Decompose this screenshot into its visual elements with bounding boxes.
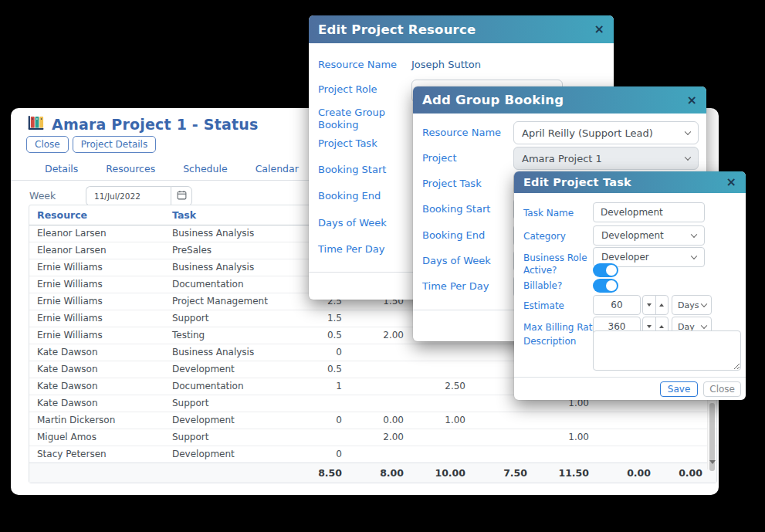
estimate-input[interactable] — [593, 295, 641, 315]
stepper-down-button[interactable] — [643, 296, 656, 314]
value-cell — [279, 429, 350, 446]
resource-name-value: Joseph Sutton — [411, 59, 481, 70]
booking-end-label: Booking End — [318, 190, 381, 202]
stepper-up-button[interactable] — [656, 296, 669, 314]
create-group-booking-label: Create Group Booking — [318, 107, 392, 131]
resource-cell: Eleanor Larsen — [29, 242, 164, 259]
estimate-unit-select[interactable]: Days — [672, 295, 712, 315]
modal-header: Add Group Booking × — [413, 86, 706, 114]
value-cell — [350, 310, 411, 327]
task-cell: Documentation — [164, 378, 279, 395]
project-role-label: Project Role — [318, 83, 377, 96]
project-details-button[interactable]: Project Details — [73, 136, 156, 153]
active-toggle[interactable] — [593, 263, 618, 277]
project-label: Project — [422, 152, 456, 164]
time-per-day-label: Time Per Day — [318, 243, 384, 256]
billable-toggle[interactable] — [593, 279, 618, 293]
task-column-header: Task — [164, 205, 279, 225]
resource-name-select[interactable]: April Reilly (Support Lead) — [513, 121, 699, 144]
value-cell — [535, 412, 597, 429]
page-title: Amara Project 1 - Status — [52, 116, 258, 133]
task-name-input[interactable] — [593, 202, 705, 222]
resource-name-label: Resource Name — [422, 127, 501, 139]
week-date-input[interactable] — [86, 186, 171, 206]
close-icon[interactable]: × — [687, 94, 697, 107]
resource-cell: Martin Dickerson — [29, 412, 164, 429]
resource-cell: Kate Dawson — [29, 361, 164, 378]
value-cell — [597, 429, 658, 446]
project-select[interactable]: Amara Project 1 — [513, 147, 699, 170]
chevron-down-icon — [685, 129, 691, 135]
category-select[interactable]: Development — [593, 225, 705, 246]
calendar-button[interactable] — [171, 186, 192, 206]
close-icon[interactable]: × — [726, 176, 736, 188]
total-cell: 10.00 — [411, 463, 473, 483]
value-cell — [350, 395, 411, 412]
billable-label: Billable? — [523, 280, 562, 292]
value-cell: 2.00 — [350, 327, 411, 344]
task-cell: Support — [164, 395, 279, 412]
resource-cell: Eleanor Larsen — [29, 225, 164, 242]
scroll-down-button[interactable] — [709, 460, 716, 467]
tab-details[interactable]: Details — [45, 163, 78, 175]
description-label: Description — [523, 335, 576, 347]
value-cell: 0 — [279, 446, 350, 463]
value-cell — [350, 378, 411, 395]
value-cell: 0.00 — [350, 412, 411, 429]
time-per-day-label: Time Per Day — [422, 280, 489, 293]
chevron-down-icon — [691, 253, 697, 259]
modal-close-button[interactable]: Close — [703, 381, 741, 397]
resource-cell: Kate Dawson — [29, 378, 164, 395]
estimate-unit-value: Days — [678, 300, 699, 310]
total-cell: 0.00 — [597, 463, 658, 483]
save-button[interactable]: Save — [660, 381, 698, 397]
value-cell: 1 — [279, 378, 350, 395]
resource-cell: Ernie Williams — [29, 327, 164, 344]
value-cell — [473, 446, 535, 463]
value-cell — [597, 446, 658, 463]
estimate-stepper — [642, 295, 669, 315]
close-icon[interactable]: × — [594, 23, 604, 36]
task-cell: Business Analysis — [164, 225, 279, 242]
table-row: Stacy PetersenDevelopment0 — [29, 446, 716, 463]
value-cell — [411, 446, 473, 463]
binders-icon — [28, 114, 45, 134]
table-row: Miguel AmosSupport2.001.00 — [29, 429, 716, 446]
total-cell: 11.50 — [535, 463, 597, 483]
resource-cell: Kate Dawson — [29, 344, 164, 361]
category-selected-value: Development — [601, 230, 664, 241]
project-task-label: Project Task — [318, 137, 377, 150]
tab-schedule[interactable]: Schedule — [183, 163, 227, 175]
value-cell: 1.00 — [535, 429, 597, 446]
resource-cell: Stacy Petersen — [29, 446, 164, 463]
chevron-down-icon — [701, 323, 707, 329]
task-cell: Business Analysis — [164, 344, 279, 361]
task-cell: Support — [164, 429, 279, 446]
value-cell — [350, 344, 411, 361]
total-cell: 8.00 — [350, 463, 411, 483]
description-textarea[interactable] — [593, 330, 741, 371]
tab-calendar[interactable]: Calendar — [256, 163, 299, 175]
chevron-down-icon — [691, 232, 697, 238]
resource-cell: Ernie Williams — [29, 293, 164, 310]
chevron-down-icon — [701, 301, 707, 307]
value-cell: 2.00 — [350, 429, 411, 446]
modal-header: Edit Project Resource × — [309, 15, 614, 43]
resource-name-label: Resource Name — [318, 59, 397, 71]
window-titlebar: Amara Project 1 - Status — [28, 114, 258, 134]
total-cell: 8.50 — [279, 463, 350, 483]
value-cell — [350, 446, 411, 463]
task-cell: Project Management — [164, 293, 279, 310]
booking-start-label: Booking Start — [422, 203, 490, 215]
project-selected-value: Amara Project 1 — [522, 153, 602, 164]
value-cell — [473, 429, 535, 446]
value-cell — [411, 395, 473, 412]
active-label: Active? — [523, 264, 557, 276]
max-billing-rate-label: Max Billing Rate — [523, 321, 598, 334]
project-task-label: Project Task — [422, 178, 482, 190]
close-button[interactable]: Close — [26, 136, 69, 153]
days-of-week-label: Days of Week — [422, 255, 491, 267]
tab-resources[interactable]: Resources — [106, 163, 155, 175]
task-cell: PreSales — [164, 242, 279, 259]
days-of-week-label: Days of Week — [318, 217, 387, 229]
